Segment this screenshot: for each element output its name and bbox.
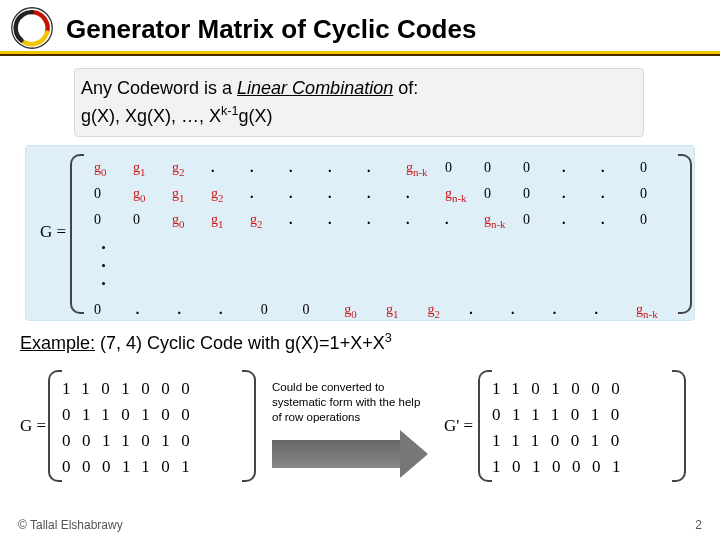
intro-poly: g(X), Xg(X), …, X: [81, 106, 221, 126]
copyright: © Tallal Elshabrawy: [18, 518, 123, 532]
bracket-right: [678, 154, 692, 314]
bracket-left: [48, 370, 62, 482]
header-rules: [0, 51, 720, 56]
gprime-equals: G' =: [444, 416, 473, 436]
intro-lc: Linear Combination: [237, 78, 393, 98]
intro-text: of:: [393, 78, 418, 98]
intro-poly: g(X): [239, 106, 273, 126]
bracket-left: [70, 154, 84, 314]
example-exp: 3: [385, 331, 392, 345]
logo-icon: [10, 6, 54, 50]
intro-box: Any Codeword is a Linear Combination of:…: [74, 68, 644, 137]
conversion-text: Could be converted to systematic form wi…: [272, 380, 428, 425]
g-equals: G =: [20, 416, 46, 436]
g-equals: G =: [40, 222, 66, 242]
matrix-g-cells: 1101000011010000110100001101: [62, 376, 242, 480]
matrix-g: G = 1101000011010000110100001101: [20, 366, 260, 486]
intro-text: Any Codeword is a: [81, 78, 237, 98]
page-number: 2: [695, 518, 702, 532]
generator-matrix-cells: g0g1g2.....gn-k000..00g0g1g2.....gn-k00.…: [86, 154, 678, 314]
example-label: Example:: [20, 333, 95, 353]
intro-exp: k-1: [221, 104, 239, 118]
matrix-gprime-cells: 1101000011101011100101010001: [492, 376, 672, 480]
generator-matrix-panel: G = g0g1g2.....gn-k000..00g0g1g2.....gn-…: [25, 145, 695, 321]
arrow-icon: [272, 440, 428, 468]
bracket-right: [672, 370, 686, 482]
example-text: (7, 4) Cyclic Code with g(X)=1+X+X: [95, 333, 385, 353]
example-line: Example: (7, 4) Cyclic Code with g(X)=1+…: [20, 331, 720, 354]
matrix-g-prime: G' = 1101000011101011100101010001: [450, 366, 690, 486]
slide-title: Generator Matrix of Cyclic Codes: [66, 14, 720, 45]
bracket-left: [478, 370, 492, 482]
bracket-right: [242, 370, 256, 482]
